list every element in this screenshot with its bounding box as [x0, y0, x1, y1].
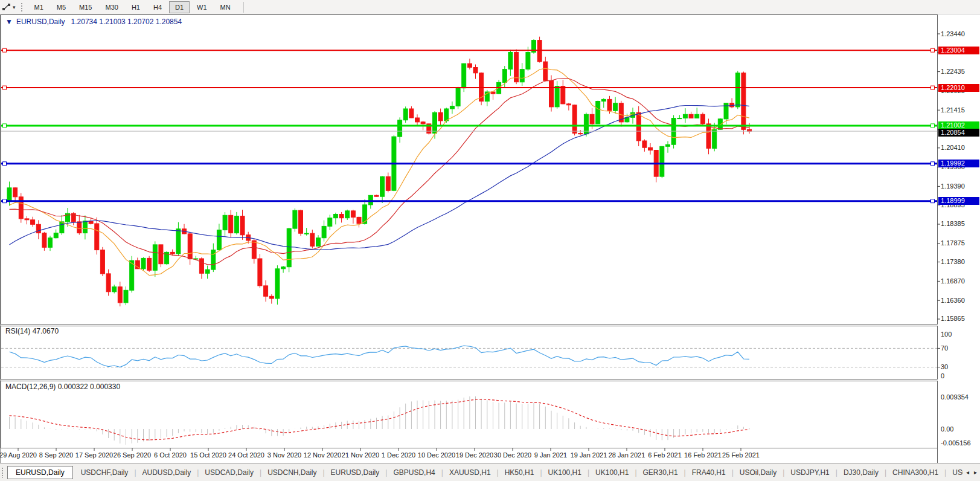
toolbar-separator	[243, 2, 244, 13]
timeframe-button-m5[interactable]: M5	[51, 1, 72, 13]
drawing-tool-icon[interactable]	[1, 2, 11, 13]
timeframe-button-m15[interactable]: M15	[73, 1, 98, 13]
trendline-tool-glyph	[2, 2, 11, 11]
tab-scroll-controls: ◂ ▸	[963, 463, 980, 481]
tab-item[interactable]: HK50,H1	[499, 466, 540, 479]
timeframe-button-mn[interactable]: MN	[214, 1, 237, 13]
chart-tab-bar: EURUSD,DailyUSDCHF,Daily|AUDUSD,Daily|US…	[0, 463, 980, 481]
tab-item[interactable]: EURUSD,Daily	[325, 466, 385, 479]
tab-item[interactable]: XAUUSD,H1	[444, 466, 496, 479]
tabs-scroll-left-button[interactable]: ◂	[966, 469, 969, 476]
tabbar-grip	[1, 467, 4, 478]
tab-item[interactable]: USDCHF,Daily	[75, 466, 134, 479]
tab-item[interactable]: AUDUSD,Daily	[137, 466, 197, 479]
tool-dropdown-caret[interactable]: ▾	[13, 4, 16, 10]
tab-item[interactable]: UK100,H1	[590, 466, 634, 479]
tab-item[interactable]: USDCNH,Daily	[262, 466, 322, 479]
timeframe-button-h4[interactable]: H4	[147, 1, 168, 13]
tab-item[interactable]: GER30,H1	[638, 466, 684, 479]
tab-item[interactable]: EURUSD,Daily	[7, 466, 73, 479]
toolbar: ▾ M1M5M15M30H1H4D1W1MN	[0, 0, 980, 15]
date-axis[interactable]	[0, 448, 937, 463]
timeframe-buttons: M1M5M15M30H1H4D1W1MN	[28, 1, 237, 13]
chart-plot-area[interactable]	[0, 15, 937, 448]
timeframe-button-m30[interactable]: M30	[100, 1, 124, 13]
tab-item[interactable]: CHINA300,H1	[887, 466, 944, 479]
timeframe-button-d1[interactable]: D1	[169, 1, 190, 13]
chart-tabs: EURUSD,DailyUSDCHF,Daily|AUDUSD,Daily|US…	[7, 466, 979, 479]
price-axis[interactable]	[937, 15, 980, 448]
tabs-scroll-right-button[interactable]: ▸	[974, 469, 977, 476]
timeframe-button-h1[interactable]: H1	[126, 1, 146, 13]
tab-item[interactable]: FRA40,H1	[687, 466, 731, 479]
tab-item[interactable]: GBPUSD,H4	[388, 466, 440, 479]
tab-item[interactable]: UK100,H1	[543, 466, 587, 479]
mt4-window: ▾ M1M5M15M30H1H4D1W1MN ▼EURUSD,Daily1.20…	[0, 0, 980, 481]
timeframe-button-m1[interactable]: M1	[28, 1, 50, 13]
tab-item[interactable]: USDCAD,Daily	[199, 466, 259, 479]
tab-item[interactable]: USDJPY,H1	[785, 466, 834, 479]
timeframe-button-w1[interactable]: W1	[191, 1, 213, 13]
tab-item[interactable]: DJ30,Daily	[838, 466, 884, 479]
toolbar-grip[interactable]	[21, 2, 23, 12]
tab-item[interactable]: USOil,Daily	[734, 466, 782, 479]
